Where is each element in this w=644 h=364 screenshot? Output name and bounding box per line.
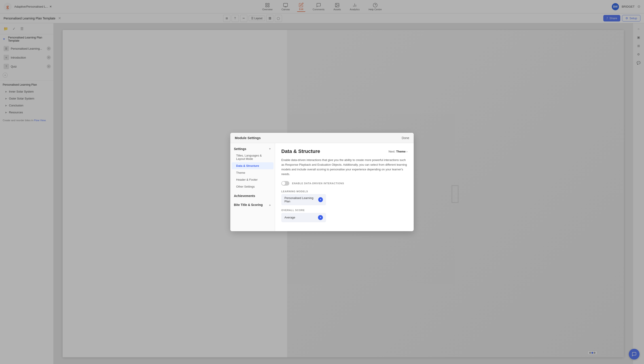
modal-sidebar: Settings ▼ Titles, Languages & Layout Mo… bbox=[230, 143, 275, 231]
toggle-knob bbox=[282, 182, 285, 185]
settings-chevron-icon: ▼ bbox=[268, 147, 271, 150]
modal-title: Module Settings bbox=[235, 136, 261, 140]
next-label: Theme bbox=[396, 150, 406, 153]
data-driven-toggle[interactable] bbox=[281, 181, 289, 186]
next-chevron-icon: › bbox=[406, 150, 408, 153]
modal-body: Settings ▼ Titles, Languages & Layout Mo… bbox=[230, 143, 414, 231]
learning-model-chevron-icon: ▾ bbox=[318, 197, 323, 202]
modal-content-header: Data & Structure Next: Theme › bbox=[281, 148, 408, 154]
modal-settings-section[interactable]: Settings ▼ bbox=[230, 145, 275, 152]
learning-model-select[interactable]: Personalised Learning Plan ▾ bbox=[281, 194, 326, 205]
learning-models-label: LEARNING MODELS bbox=[281, 190, 408, 193]
overall-score-value: Average bbox=[284, 216, 295, 219]
module-settings-modal: Module Settings Done Settings ▼ Titles, … bbox=[230, 133, 414, 231]
content-description: Enable data-driven interactions that giv… bbox=[281, 158, 408, 176]
next-link[interactable]: Next: Theme › bbox=[388, 150, 408, 153]
next-prefix: Next: bbox=[388, 150, 395, 153]
modal-bite-title-section[interactable]: Bite Title & Scoring ▲ bbox=[230, 201, 275, 208]
overall-score-label: OVERALL SCORE bbox=[281, 209, 408, 212]
overall-score-chevron-icon: ▾ bbox=[318, 215, 323, 220]
modal-nav-other[interactable]: Other Settings bbox=[232, 183, 274, 190]
modal-nav-header-footer[interactable]: Header & Footer bbox=[232, 176, 274, 183]
toggle-label: ENABLE DATA-DRIVEN INTERACTIONS bbox=[292, 182, 344, 185]
modal-nav-theme[interactable]: Theme bbox=[232, 169, 274, 176]
toggle-row: ENABLE DATA-DRIVEN INTERACTIONS bbox=[281, 181, 408, 186]
content-title: Data & Structure bbox=[281, 148, 320, 154]
modal-achievements-section[interactable]: Achievements bbox=[230, 192, 275, 199]
modal-done-button[interactable]: Done bbox=[402, 136, 409, 140]
learning-model-value: Personalised Learning Plan bbox=[284, 196, 318, 203]
overall-score-select[interactable]: Average ▾ bbox=[281, 213, 326, 222]
modal-content: Data & Structure Next: Theme › Enable da… bbox=[275, 143, 414, 231]
learning-models-section: LEARNING MODELS Personalised Learning Pl… bbox=[281, 190, 408, 205]
modal-nav-titles[interactable]: Titles, Languages & Layout Mode bbox=[232, 152, 274, 162]
overall-score-section: OVERALL SCORE Average ▾ bbox=[281, 209, 408, 222]
modal-header: Module Settings Done bbox=[230, 133, 414, 143]
learning-model-select-row: Personalised Learning Plan ▾ bbox=[281, 194, 408, 205]
modal-nav-data-structure[interactable]: Data & Structure bbox=[232, 162, 274, 169]
overall-score-select-row: Average ▾ bbox=[281, 213, 408, 222]
bite-title-chevron-icon: ▲ bbox=[268, 203, 271, 206]
modal-overlay[interactable]: Module Settings Done Settings ▼ Titles, … bbox=[0, 0, 644, 364]
